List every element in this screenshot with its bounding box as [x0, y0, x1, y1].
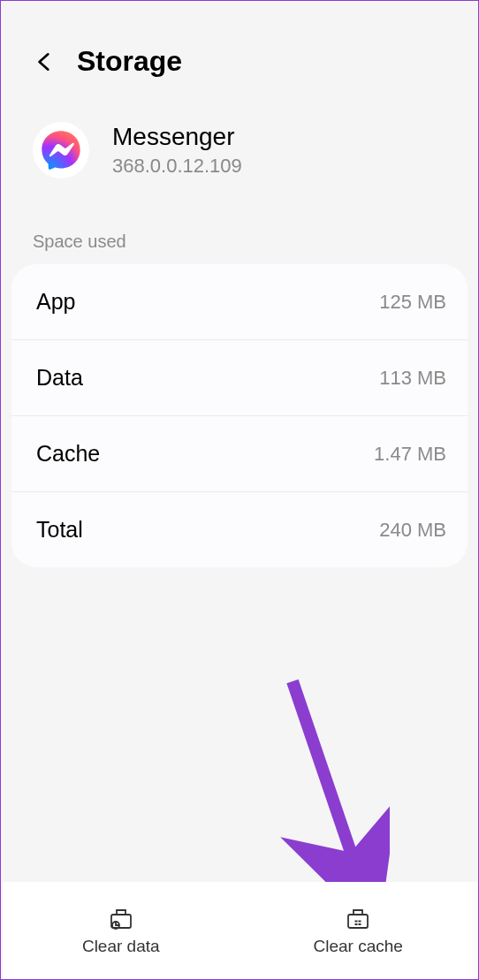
page-title: Storage [77, 45, 182, 78]
app-text: Messenger 368.0.0.12.109 [112, 123, 242, 178]
row-total: Total 240 MB [11, 492, 468, 567]
app-name: Messenger [112, 123, 242, 151]
header: Storage [1, 1, 478, 95]
row-data-label: Data [36, 365, 83, 391]
storage-card: App 125 MB Data 113 MB Cache 1.47 MB Tot… [11, 264, 468, 567]
app-version: 368.0.0.12.109 [112, 155, 242, 178]
clear-cache-button[interactable]: Clear cache [240, 882, 477, 979]
section-label: Space used [1, 214, 478, 264]
row-total-value: 240 MB [379, 519, 446, 542]
messenger-icon [38, 127, 84, 173]
clear-data-label: Clear data [82, 937, 160, 956]
row-app: App 125 MB [11, 264, 468, 340]
app-info: Messenger 368.0.0.12.109 [1, 95, 478, 214]
row-app-label: App [36, 289, 75, 315]
annotation-arrow-icon [275, 672, 390, 902]
clear-cache-icon [343, 905, 373, 931]
clear-cache-label: Clear cache [314, 937, 403, 956]
app-icon [33, 122, 89, 179]
row-cache-value: 1.47 MB [374, 443, 446, 466]
svg-line-0 [293, 681, 359, 876]
row-cache: Cache 1.47 MB [11, 416, 468, 492]
back-icon[interactable] [33, 50, 56, 73]
clear-data-button[interactable]: Clear data [3, 882, 240, 979]
clear-data-icon [106, 905, 136, 931]
row-data: Data 113 MB [11, 340, 468, 416]
svg-rect-3 [348, 915, 368, 928]
row-cache-label: Cache [36, 441, 100, 467]
row-total-label: Total [36, 517, 83, 543]
bottom-actions: Clear data Clear cache [3, 882, 477, 979]
row-data-value: 113 MB [379, 367, 446, 390]
row-app-value: 125 MB [379, 291, 446, 314]
